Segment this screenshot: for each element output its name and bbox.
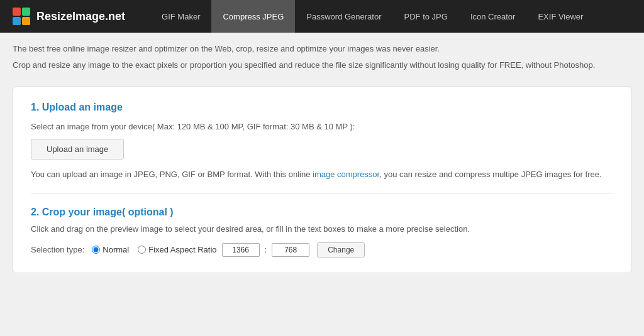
coord-height-input[interactable] (272, 243, 309, 257)
intro-text-2: Crop and resize any image to the exact p… (13, 60, 595, 70)
radio-normal-label: Normal (103, 245, 129, 254)
nav-item-gif-maker[interactable]: GIF Maker (150, 0, 211, 33)
section-upload: 1. Upload an image Select an image from … (31, 102, 613, 181)
logo-area: ResizeImage.net (13, 8, 125, 25)
selection-type-label: Selection type: (31, 245, 84, 254)
tool-card: 1. Upload an image Select an image from … (13, 86, 631, 273)
upload-note: You can upload an image in JPEG, PNG, GI… (31, 168, 613, 181)
upload-image-button[interactable]: Upload an image (31, 139, 124, 160)
section1-desc: Select an image from your device( Max: 1… (31, 122, 613, 131)
intro-line2: Crop and resize any image to the exact p… (13, 59, 631, 72)
logo-sq4 (22, 17, 30, 25)
nav-item-pdf-to-jpg[interactable]: PDF to JPG (393, 0, 459, 33)
coord-width-input[interactable] (222, 243, 260, 257)
intro-line1: The best free online image resizer and o… (13, 43, 631, 55)
logo-sq1 (13, 8, 21, 16)
upload-note-text1: You can upload an image in JPEG, PNG, GI… (31, 170, 313, 179)
nav-item-compress-jpeg[interactable]: Compress JPEG (211, 0, 295, 33)
image-compressor-link[interactable]: image compressor (313, 170, 379, 179)
nav-item-password-generator[interactable]: Password Generator (295, 0, 392, 33)
radio-aspect-option[interactable]: Fixed Aspect Ratio (138, 245, 216, 254)
coord-separator: : (265, 245, 267, 254)
radio-normal-input[interactable] (92, 246, 100, 254)
nav-item-exif-viewer[interactable]: EXIF Viewer (526, 0, 594, 33)
radio-group: Normal Fixed Aspect Ratio (92, 245, 216, 254)
section2-desc: Click and drag on the preview image to s… (31, 224, 613, 234)
logo-sq2 (22, 8, 30, 16)
upload-note-text2: , you can resize and compress multipe JP… (379, 170, 601, 179)
section1-title: 1. Upload an image (31, 102, 613, 113)
section2-title: 2. Crop your image( optional ) (31, 207, 613, 218)
change-button[interactable]: Change (317, 242, 365, 257)
section-crop: 2. Crop your image( optional ) Click and… (31, 207, 613, 257)
main-content: The best free online image resizer and o… (0, 33, 644, 336)
radio-aspect-label: Fixed Aspect Ratio (148, 245, 216, 254)
intro-text-1: The best free online image resizer and o… (13, 44, 440, 53)
logo-text: ResizeImage.net (36, 10, 125, 23)
main-nav: GIF Maker Compress JPEG Password Generat… (150, 0, 631, 33)
header: ResizeImage.net GIF Maker Compress JPEG … (0, 0, 644, 33)
section-divider (31, 193, 613, 194)
nav-item-icon-creator[interactable]: Icon Creator (459, 0, 527, 33)
selection-row: Selection type: Normal Fixed Aspect Rati… (31, 242, 613, 257)
logo-icon (13, 8, 30, 25)
radio-aspect-input[interactable] (138, 246, 146, 254)
radio-normal-option[interactable]: Normal (92, 245, 129, 254)
logo-sq3 (13, 17, 21, 25)
